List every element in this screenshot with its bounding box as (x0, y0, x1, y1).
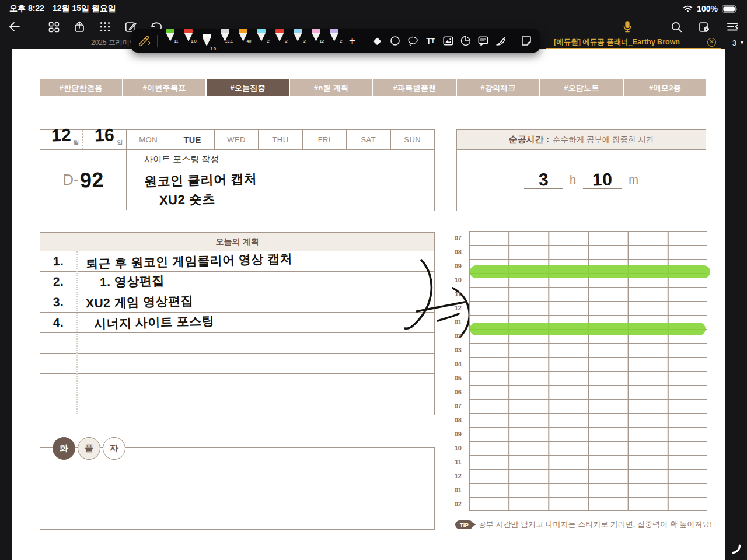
hour-label: 08 (446, 245, 467, 259)
close-tab-icon[interactable]: ✕ (707, 38, 716, 47)
microphone-button[interactable] (621, 20, 634, 33)
planner-tab-lecture-check[interactable]: #강의체크 (457, 79, 539, 96)
planner-tab-monthly[interactable]: #한달한걸음 (40, 79, 122, 96)
highlighter-tool-2[interactable]: 2 (252, 29, 270, 52)
habit-button-hwa[interactable]: 화 (53, 437, 75, 460)
highlighter-tool-6[interactable]: 2 (325, 29, 343, 52)
apple-pencil-icon[interactable] (136, 29, 153, 52)
habit-button-pul[interactable]: 풀 (78, 437, 100, 460)
hour-label: 11 (446, 455, 467, 469)
back-button[interactable] (8, 20, 21, 33)
d-day-prefix: D- (62, 171, 78, 189)
pen-tool-2[interactable]: 1.0 (179, 29, 197, 52)
add-pen-button[interactable]: + (343, 29, 361, 52)
hour-label: 12 (446, 469, 467, 483)
plan-row-empty[interactable] (40, 394, 434, 414)
note-row-1[interactable]: 사이트 포스팅 작성 (127, 150, 434, 170)
plan-row-empty[interactable] (40, 354, 434, 374)
pen-tool-3-selected[interactable]: 1.0 (198, 34, 216, 57)
hour-label: 05 (446, 371, 467, 385)
share-button[interactable] (73, 20, 86, 33)
note-row-2[interactable]: 원코인 클리어 캡처 (127, 170, 434, 191)
plan-row-empty[interactable] (40, 374, 434, 394)
pen-size-label: 2 (285, 39, 288, 43)
status-bar: 오후 8:22 12월 15일 월요일 100% (0, 0, 747, 18)
plan-row-4[interactable]: 4. 시너지 사이트 포스팅 (40, 313, 434, 333)
text-tool[interactable]: TT (421, 29, 439, 52)
weekday-fri[interactable]: FRI (303, 130, 347, 149)
background-document-tab[interactable]: 2025 프리미엄 (91, 36, 137, 49)
planner-tab-subject-plan[interactable]: #과목별플랜 (374, 79, 456, 96)
pen-nib (330, 33, 338, 41)
pen-nib (166, 33, 174, 41)
weekday-sat[interactable]: SAT (347, 130, 390, 149)
active-document-tab[interactable]: [에듀윌] 에듀공 플래너_Earthy Brown ✕ (546, 36, 721, 49)
search-button[interactable] (670, 20, 683, 33)
lasso-tool[interactable] (404, 29, 421, 52)
habit-button-ja[interactable]: 자 (103, 437, 125, 460)
study-time-title: 순공시간 : (509, 134, 549, 145)
pen-color-cap (330, 29, 338, 33)
app-grid-button[interactable] (99, 20, 111, 33)
day-suffix: 일 (117, 138, 123, 147)
sidebar-toggle-button[interactable] (726, 20, 739, 33)
planner-tab-today-focus[interactable]: #오늘집중 (207, 79, 289, 96)
pen-size-label: 2 (303, 39, 306, 43)
chevron-down-icon: ▼ (739, 40, 745, 46)
page-count-dropdown[interactable]: 3 ▼ (724, 36, 745, 49)
plan-row-empty[interactable] (40, 333, 434, 354)
laser-pointer-tool[interactable] (492, 29, 509, 52)
wifi-icon (683, 5, 693, 13)
page-curl-indicator[interactable] (731, 544, 741, 554)
hour-label: 04 (446, 357, 467, 371)
hour-label: 02 (446, 329, 467, 343)
today-plan-rows: 1. 퇴근 후 원코인 게임클리어 영상 캡처 2. 1. 영상편집 3. XU… (40, 251, 434, 414)
weekday-thu[interactable]: THU (259, 130, 302, 149)
sticker-tool[interactable] (457, 29, 474, 52)
weekday-wed[interactable]: WED (215, 130, 259, 149)
planner-tab-month-plan[interactable]: #n월 계획 (290, 79, 372, 96)
weekday-mon[interactable]: MON (127, 130, 170, 149)
eraser-tool[interactable] (369, 29, 386, 52)
pen-size-label: 40 (247, 39, 252, 43)
weekday-tue-selected[interactable]: TUE (170, 130, 214, 149)
planner-tab-weekly-goal[interactable]: #이번주목표 (123, 79, 205, 96)
weekday-sun[interactable]: SUN (391, 130, 434, 149)
day-cell[interactable]: 16 일 (83, 130, 127, 149)
image-tool[interactable] (439, 29, 457, 52)
highlighter-tool-1[interactable]: 40 (234, 29, 252, 52)
memo-box[interactable] (40, 447, 435, 530)
hour-label: 11 (446, 287, 467, 301)
hour-label: 12 (446, 301, 467, 315)
pen-size-label: 2 (267, 39, 270, 43)
planner-tab-wrong-note[interactable]: #오답노트 (540, 79, 623, 96)
note-row-3[interactable]: XU2 숏츠 (127, 190, 434, 210)
planner-tab-memo[interactable]: #메모2종 (624, 79, 706, 96)
weekday-row: MON TUE WED THU FRI SAT SUN (127, 130, 434, 149)
handwritten-hours: 3 (538, 171, 549, 188)
study-time-body[interactable]: 3 h 10 m (457, 150, 706, 210)
month-cell[interactable]: 12 월 (40, 130, 83, 149)
highlighter-tool-5[interactable]: 12 (307, 29, 325, 52)
highlighter-tool-4[interactable]: 2 (289, 29, 307, 52)
d-day-cell[interactable]: D- 92 (40, 150, 127, 210)
pen-size-label: 12 (319, 39, 324, 43)
time-grid-hour-labels: 07 08 09 10 11 12 01 02 03 04 05 06 07 0… (446, 231, 467, 511)
page-curl-tool[interactable] (518, 29, 535, 52)
handwritten-day: 16 (94, 127, 114, 150)
time-tracking-grid[interactable] (469, 231, 707, 511)
plan-row-2[interactable]: 2. 1. 영상편집 (40, 272, 434, 292)
highlighter-tool-3[interactable]: 2 (271, 29, 289, 52)
comment-tool[interactable] (474, 29, 492, 52)
page-thumbnails-button[interactable] (47, 20, 60, 33)
shape-tool[interactable] (386, 29, 404, 52)
handwritten-plan-text: XU2 게임 영상편집 (76, 292, 194, 312)
hour-label: 03 (446, 343, 467, 357)
plan-row-3[interactable]: 3. XU2 게임 영상편집 (40, 292, 434, 313)
pen-size-label: 11 (174, 39, 178, 43)
hour-label: 10 (446, 273, 467, 287)
pen-tool-1[interactable]: 11 (161, 29, 179, 52)
pen-tool-4[interactable]: 13.1 (216, 29, 234, 52)
page-settings-button[interactable] (698, 20, 711, 33)
plan-row-1[interactable]: 1. 퇴근 후 원코인 게임클리어 영상 캡처 (40, 251, 434, 272)
